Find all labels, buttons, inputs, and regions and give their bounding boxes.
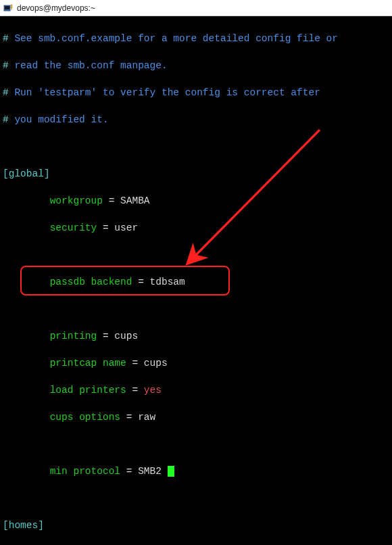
kv-cupsopts: cups options = raw (3, 410, 389, 424)
svg-rect-2 (11, 5, 12, 8)
comment-line: # Run 'testparm' to verify the config is… (3, 86, 389, 99)
blank-line (3, 140, 389, 153)
section-homes: [homes] (3, 519, 389, 532)
blank-line (3, 492, 389, 505)
window-title: devops@mydevops:~ (17, 3, 95, 13)
terminal-editor[interactable]: # See smb.conf.example for a more detail… (0, 16, 392, 545)
comment-line: # you modified it. (3, 113, 389, 126)
kv-minprotocol: min protocol = SMB2 (3, 465, 389, 478)
svg-rect-1 (5, 6, 9, 9)
comment-line: # read the smb.conf manpage. (3, 59, 389, 72)
window-titlebar: devops@mydevops:~ (0, 0, 392, 16)
comment-line: # See smb.conf.example for a more detail… (3, 32, 389, 45)
blank-line (3, 248, 389, 262)
blank-line (3, 302, 389, 316)
kv-loadprinters: load printers = yes (3, 383, 389, 397)
kv-printcap: printcap name = cups (3, 356, 389, 370)
kv-workgroup: workgroup = SAMBA (3, 194, 389, 208)
section-global: [global] (3, 167, 389, 181)
blank-line (3, 437, 389, 451)
cursor (168, 466, 174, 477)
putty-icon (3, 3, 14, 14)
kv-passdb: passdb backend = tdbsam (3, 275, 389, 289)
kv-printing: printing = cups (3, 329, 389, 343)
kv-security: security = user (3, 221, 389, 235)
